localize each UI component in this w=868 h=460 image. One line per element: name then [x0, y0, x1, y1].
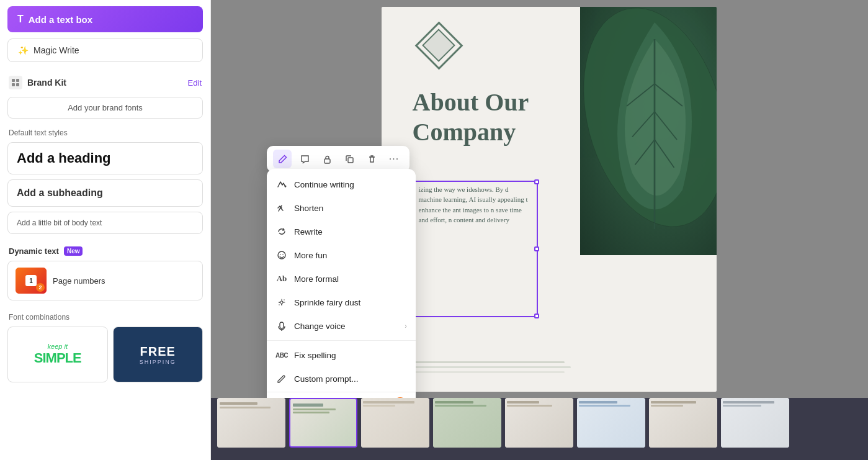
wave-line-1: [391, 361, 565, 363]
context-menu: Continue writing Shorten: [267, 169, 416, 398]
more-formal-label: More formal: [294, 274, 407, 284]
menu-item-continue-writing[interactable]: Continue writing: [267, 173, 416, 196]
edit-icon-button[interactable]: [273, 150, 292, 168]
slide-thumb-wrapper-2: 2: [289, 398, 357, 460]
main-area: About Our Company: [211, 0, 868, 460]
floating-toolbar: ···: [267, 146, 409, 172]
brand-kit-edit-link[interactable]: Edit: [188, 78, 202, 88]
page-numbers-card[interactable]: 1 2 Page numbers: [7, 261, 203, 300]
slide-thumb-4[interactable]: [433, 398, 501, 448]
canvas-wrapper[interactable]: About Our Company: [211, 0, 868, 398]
sprinkle-icon: [275, 296, 288, 309]
change-voice-label: Change voice: [294, 322, 398, 331]
slide-thumb-wrapper-5: 5: [505, 398, 573, 460]
heading-style-h2[interactable]: Add a subheading: [7, 179, 203, 207]
leaf-background: [580, 7, 717, 255]
menu-item-shorten[interactable]: Shorten: [267, 196, 416, 220]
slide-thumb-wrapper-3: 3: [361, 398, 429, 460]
wave-line-3: [391, 371, 565, 373]
resize-handle-mr[interactable]: [534, 246, 539, 251]
svg-point-15: [285, 186, 287, 187]
credits-bolt-icon: ⚡: [393, 397, 407, 398]
slide-thumb-6[interactable]: [577, 398, 645, 448]
new-badge: New: [64, 246, 83, 256]
shorten-icon: [275, 202, 288, 214]
dynamic-text-label: Dynamic text: [9, 246, 59, 256]
custom-prompt-icon: [275, 372, 288, 385]
menu-item-more-fun[interactable]: More fun: [267, 243, 416, 267]
font-combinations-row: keep it SIMPLE FREE SHIPPING: [0, 327, 210, 390]
font-combo-2[interactable]: FREE SHIPPING: [113, 327, 204, 382]
slide-thumb-3[interactable]: [361, 398, 429, 448]
slide-thumb-5[interactable]: [505, 398, 573, 448]
slide-thumb-wrapper-4: 4: [433, 398, 501, 460]
menu-item-custom-prompt[interactable]: Custom prompt...: [267, 367, 416, 390]
magic-write-button[interactable]: ✨ Magic Write: [7, 38, 203, 62]
more-options-button[interactable]: ···: [385, 150, 403, 168]
svg-rect-14: [348, 158, 353, 163]
brand-kit-row: Brand Kit Edit: [0, 68, 210, 94]
slide-thumb-2[interactable]: [289, 398, 357, 448]
svg-rect-3: [16, 83, 19, 86]
brand-kit-label: Brand Kit: [27, 78, 66, 88]
more-fun-icon: [275, 249, 288, 261]
font-combo-2-content: FREE SHIPPING: [114, 327, 203, 382]
svg-rect-13: [324, 159, 330, 163]
font-combinations-label: Font combinations: [0, 308, 210, 327]
menu-item-more-formal[interactable]: Ab More formal: [267, 267, 416, 291]
delete-icon-button[interactable]: [362, 150, 381, 168]
left-panel: T Add a text box ✨ Magic Write Brand Kit…: [0, 0, 211, 460]
svg-point-20: [284, 299, 284, 300]
page-numbers-label: Page numbers: [53, 276, 105, 286]
text-box-selected[interactable]: izing the way we ideshows. By d machine …: [414, 181, 538, 317]
resize-handle-br[interactable]: [534, 313, 539, 318]
shorten-label: Shorten: [294, 204, 407, 213]
default-text-styles-label: Default text styles: [0, 126, 210, 142]
slide-title-line1: About Our: [413, 88, 529, 116]
slide-thumb-8[interactable]: [721, 398, 789, 448]
lock-icon-button[interactable]: [318, 150, 336, 168]
brand-kit-icon: [9, 76, 22, 89]
more-formal-icon: Ab: [275, 273, 288, 285]
film-strip: 1 2: [211, 398, 868, 460]
text-icon: T: [17, 14, 24, 25]
font-combo-1-line1: keep it: [48, 343, 68, 350]
comment-icon-button[interactable]: [295, 150, 314, 168]
dynamic-text-row: Dynamic text New: [0, 239, 210, 261]
svg-point-18: [282, 254, 284, 255]
custom-prompt-label: Custom prompt...: [294, 374, 407, 384]
slide-title-line2: Company: [413, 118, 516, 146]
add-text-box-button[interactable]: T Add a text box: [7, 6, 203, 32]
resize-handle-tr[interactable]: [534, 179, 539, 184]
svg-point-19: [280, 301, 283, 304]
svg-rect-1: [16, 79, 19, 82]
fix-spelling-icon: ABC: [275, 349, 288, 361]
slide-thumb-wrapper-1: 1: [217, 398, 285, 460]
slide-thumb-7[interactable]: [649, 398, 717, 448]
fix-spelling-label: Fix spelling: [294, 351, 407, 360]
heading-style-h1[interactable]: Add a heading: [7, 142, 203, 174]
menu-item-sprinkle[interactable]: Sprinkle fairy dust: [267, 291, 416, 314]
duplicate-icon-button[interactable]: [340, 150, 359, 168]
font-combo-2-line2: SHIPPING: [140, 359, 176, 365]
font-combo-1[interactable]: keep it SIMPLE: [7, 327, 108, 382]
continue-writing-icon: [275, 178, 288, 191]
svg-point-17: [280, 254, 281, 255]
page-numbers-thumbnail: 1 2: [16, 268, 47, 294]
more-icon: ···: [389, 153, 399, 165]
add-brand-fonts-button[interactable]: Add your brand fonts: [7, 97, 203, 119]
wave-line-2: [397, 366, 571, 368]
svg-rect-2: [12, 83, 15, 86]
slide-canvas[interactable]: About Our Company: [382, 7, 717, 392]
slide-thumb-1[interactable]: [217, 398, 285, 448]
slide-thumb-wrapper-7: 7: [649, 398, 717, 460]
text-box-content: izing the way we ideshows. By d machine …: [415, 182, 537, 228]
brand-kit-left: Brand Kit: [9, 76, 66, 89]
menu-item-rewrite[interactable]: Rewrite: [267, 220, 416, 243]
menu-item-fix-spelling[interactable]: ABC Fix spelling: [267, 343, 416, 367]
slide-title: About Our Company: [413, 88, 529, 147]
change-voice-chevron: ›: [405, 322, 407, 330]
text-box-body: izing the way we ideshows. By d machine …: [419, 186, 528, 224]
menu-item-change-voice[interactable]: Change voice ›: [267, 314, 416, 338]
heading-style-body[interactable]: Add a little bit of body text: [7, 212, 203, 234]
